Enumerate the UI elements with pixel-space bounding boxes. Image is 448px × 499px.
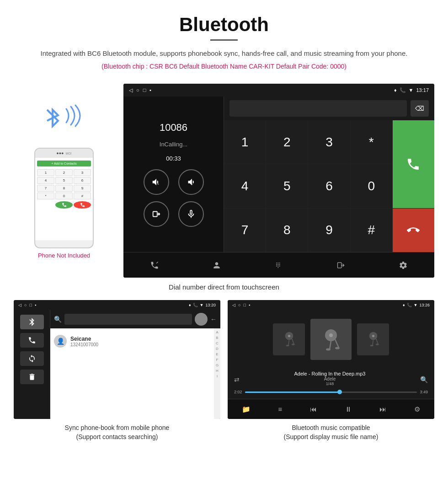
key-9[interactable]: 9 [308,209,350,252]
music-progress-fill [245,392,340,393]
album-art-right [357,323,389,355]
music-nav-prev[interactable]: ⏮ [310,405,317,413]
pb-alpha-c[interactable]: C [216,341,219,345]
bluetooth-icon [41,104,64,132]
phonebook-screenshot: ◁ ○ □ ▪ ♦ 📞 ▼ 13:20 [14,300,220,419]
call-button[interactable] [393,120,434,208]
phone-key-8: 8 [55,185,73,192]
svg-point-8 [286,345,289,347]
volume-up-button[interactable]: + [144,169,169,195]
nav-transfer-icon[interactable] [330,256,352,274]
phone-key-0: 0 [55,193,73,199]
music-progress-bar[interactable] [245,392,417,393]
pb-alpha-h[interactable]: H [216,369,219,373]
phonebook-card: ◁ ○ □ ▪ ♦ 📞 ▼ 13:20 [14,300,220,443]
phone-key-3: 3 [74,169,91,176]
key-hash[interactable]: # [351,209,392,252]
bluetooth-illustration [37,97,91,143]
call-timer: 00:33 [166,155,181,162]
music-nav-folder[interactable]: 📁 [242,405,251,413]
music-album-area [228,310,434,368]
svg-line-13 [335,339,339,348]
music-nav-next[interactable]: ⏭ [379,405,386,413]
music-nav-playpause[interactable]: ⏸ [345,405,352,413]
pb-left-nav [14,310,50,419]
backspace-button[interactable]: ⌫ [411,100,429,117]
music-status-bar: ◁ ○ □ ▪ ♦ 📞 ▼ 13:26 [228,300,434,310]
keypad-input-field[interactable] [229,100,407,117]
pb-bluetooth-btn[interactable] [20,315,44,329]
pb-delete-btn[interactable] [20,370,44,384]
call-status-icon: 📞 [400,87,406,93]
music-nav-eq[interactable]: ⚙ [414,405,420,413]
phone-top-bar: ●●● MO! [35,149,93,158]
music-screenshot: ◁ ○ □ ▪ ♦ 📞 ▼ 13:26 [228,300,434,419]
nav-settings-icon[interactable] [392,256,415,274]
phone-key-5: 5 [55,177,73,184]
nav-calls-icon[interactable] [143,256,166,274]
transfer-button[interactable] [144,201,169,227]
music-top-controls: ⇄ Adele - Rolling In the Deep.mp3 Adele … [234,371,428,388]
pb-alpha-i[interactable]: I [217,374,218,378]
contact-number: 13241007000 [70,342,98,347]
key-star[interactable]: * [351,120,392,164]
music-nav-icons: ◁ ○ □ ▪ [232,303,250,307]
key-4[interactable]: 4 [224,164,266,208]
pb-alpha-e[interactable]: E [216,352,218,356]
phone-call-button [55,201,73,209]
key-2[interactable]: 2 [266,120,308,164]
nav-keypad-icon[interactable] [267,256,290,274]
phone-add-contact-btn: + Add to Contacts [37,161,91,166]
pb-phone-btn[interactable] [20,333,44,348]
call-number: 10086 [160,122,187,134]
top-section: ●●● MO! + Add to Contacts 1 2 3 4 5 6 7 … [0,84,448,278]
pb-alpha-d[interactable]: D [216,347,219,351]
back-icon: ◁ [129,87,133,93]
pb-notif: ▪ [35,303,36,307]
music-progress-row: 2:02 3:49 [234,390,428,394]
contact-item-seicane[interactable]: 👤 Seicane 13241007000 [54,332,210,350]
ctrl-row-1: + - [144,169,204,195]
music-bottom-nav: 📁 ≡ ⏮ ⏸ ⏭ ⚙ [228,399,434,419]
page-header: Bluetooth Integrated with BC6 Bluetooth … [0,0,448,84]
svg-line-6 [288,340,289,345]
key-3[interactable]: 3 [308,120,350,164]
nav-contacts-icon[interactable] [205,256,228,274]
phone-key-4: 4 [37,177,54,184]
keypad-panel: ⌫ 1 2 3 * 4 5 6 0 [224,97,434,252]
key-6[interactable]: 6 [308,164,350,208]
key-1[interactable]: 1 [224,120,266,164]
main-caption: Dial number direct from touchscreen [0,278,448,300]
call-controls: + - [144,169,204,227]
mic-button[interactable] [178,201,204,227]
key-5[interactable]: 5 [266,164,308,208]
page-title: Bluetooth [9,14,439,36]
pb-sync-btn[interactable] [20,351,44,366]
album-art-left [273,323,305,355]
phone-key-9: 9 [74,185,91,192]
pb-contacts: 👤 Seicane 13241007000 [50,328,214,419]
keypad-input-row: ⌫ [224,97,434,120]
pb-alpha-f[interactable]: F [216,358,219,362]
pb-search-icon: 🔍 [54,316,62,323]
music-nav-list[interactable]: ≡ [278,405,283,413]
shuffle-icon[interactable]: ⇄ [234,376,240,383]
contact-name: Seicane [70,336,98,342]
key-7[interactable]: 7 [224,209,266,252]
music-status-right: ♦ 📞 ▼ 13:26 [403,303,430,307]
music-search-icon[interactable]: 🔍 [420,376,428,383]
volume-down-button[interactable]: - [178,169,204,195]
pb-status-bar: ◁ ○ □ ▪ ♦ 📞 ▼ 13:20 [14,300,220,310]
ctrl-row-2 [144,201,204,227]
phone-key-1: 1 [37,169,54,176]
pb-alpha-g[interactable]: G [216,363,219,367]
key-8[interactable]: 8 [266,209,308,252]
key-0[interactable]: 0 [351,164,392,208]
pb-search-bar[interactable] [64,314,192,325]
pb-contact-list: 👤 Seicane 13241007000 A B C D [50,328,220,419]
end-call-button[interactable] [393,209,434,252]
pb-nav-icons: ◁ ○ □ ▪ [18,303,36,307]
pb-alpha-b[interactable]: B [216,336,218,340]
pb-alpha-a[interactable]: A [216,330,218,334]
phone-key-6: 6 [74,177,91,184]
